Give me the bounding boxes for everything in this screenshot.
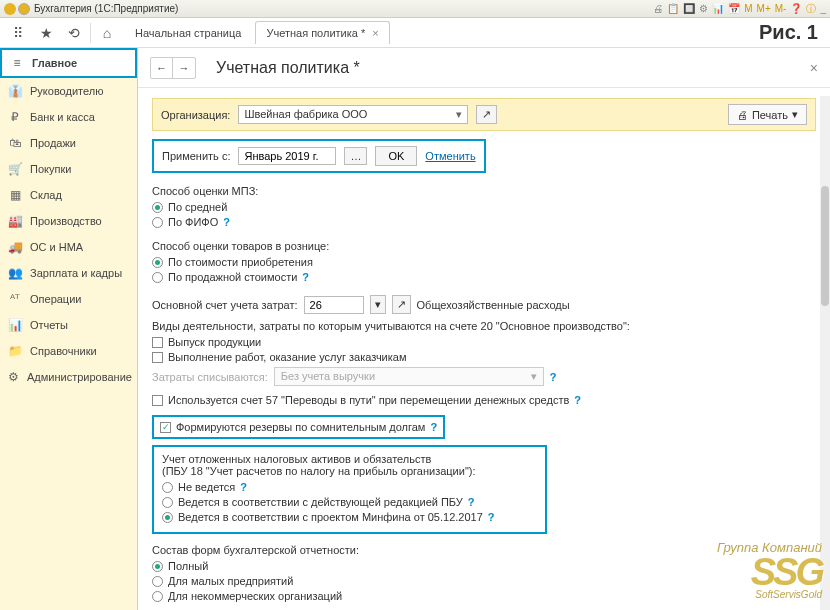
sidebar-icon: 🛍 [8, 136, 22, 150]
tab-close-icon[interactable]: × [372, 27, 378, 39]
window-icon[interactable]: 🔲 [683, 3, 695, 14]
help-icon[interactable]: ? [550, 371, 557, 383]
acct-input[interactable] [304, 296, 364, 314]
cancel-link[interactable]: Отменить [425, 150, 475, 162]
sidebar-icon: 📁 [8, 344, 22, 358]
date-picker-button[interactable]: … [344, 147, 367, 165]
m-minus-icon[interactable]: M- [775, 3, 787, 14]
sidebar-icon: 🛒 [8, 162, 22, 176]
reserves-box: Формируются резервы по сомнительным долг… [152, 415, 445, 439]
content-body: Организация: Швейная фабрика ООО▾ ↗ 🖨 Пе… [138, 88, 830, 610]
deferred-title2: (ПБУ 18 "Учет расчетов по налогу на приб… [162, 465, 537, 477]
retail-radio-sale[interactable] [152, 272, 163, 283]
sidebar-item-ОС и НМА[interactable]: 🚚ОС и НМА [0, 234, 137, 260]
sidebar-item-label: Администрирование [27, 371, 132, 383]
rep-radio-small[interactable] [152, 576, 163, 587]
def-radio-project[interactable] [162, 512, 173, 523]
sidebar-item-Операции[interactable]: ᴬᵀОперации [0, 286, 137, 312]
app-icon2 [18, 3, 30, 15]
sidebar-icon: ▦ [8, 188, 22, 202]
help-icon[interactable]: ? [430, 421, 437, 433]
apply-date-input[interactable] [238, 147, 336, 165]
chk-output[interactable] [152, 337, 163, 348]
window-titlebar: Бухгалтерия (1С:Предприятие) 🖨 📋 🔲 ⚙ 📊 📅… [0, 0, 830, 18]
clipboard-icon[interactable]: 📋 [667, 3, 679, 14]
sidebar-item-label: Главное [32, 57, 77, 69]
sidebar-item-label: Склад [30, 189, 62, 201]
m-icon[interactable]: M [744, 3, 752, 14]
sidebar-item-Продажи[interactable]: 🛍Продажи [0, 130, 137, 156]
help-icon[interactable]: ? [240, 481, 247, 493]
print-icon[interactable]: 🖨 [653, 3, 663, 14]
sidebar-item-label: Отчеты [30, 319, 68, 331]
acct-dropdown-button[interactable]: ▾ [370, 295, 386, 314]
top-toolbar: ⠿ ★ ⟲ ⌂ Начальная страница Учетная полит… [0, 18, 830, 48]
retail-radio-cost[interactable] [152, 257, 163, 268]
help-icon[interactable]: ? [223, 216, 230, 228]
sidebar-item-Руководителю[interactable]: 👔Руководителю [0, 78, 137, 104]
acct-desc: Общехозяйственные расходы [417, 299, 570, 311]
scroll-thumb[interactable] [821, 186, 829, 306]
calendar-icon[interactable]: 📅 [728, 3, 740, 14]
sidebar-item-label: Справочники [30, 345, 97, 357]
help-icon[interactable]: ? [302, 271, 309, 283]
close-icon[interactable]: × [810, 60, 818, 76]
help-icon[interactable]: ? [468, 496, 475, 508]
org-select[interactable]: Швейная фабрика ООО▾ [238, 105, 468, 124]
sidebar-icon: 👔 [8, 84, 22, 98]
help-icon[interactable]: ❓ [790, 3, 802, 14]
m-plus-icon[interactable]: M+ [757, 3, 771, 14]
help-icon[interactable]: ? [488, 511, 495, 523]
page-title: Учетная политика * [216, 59, 360, 77]
sidebar-item-Главное[interactable]: ≡Главное [0, 48, 137, 78]
help-icon[interactable]: ? [574, 394, 581, 406]
acct-open-button[interactable]: ↗ [392, 295, 411, 314]
gear-icon[interactable]: ⚙ [699, 3, 708, 14]
deferred-title1: Учет отложенных налоговых активов и обяз… [162, 453, 537, 465]
window-title: Бухгалтерия (1С:Предприятие) [34, 3, 178, 14]
chart-icon[interactable]: 📊 [712, 3, 724, 14]
sidebar-item-Покупки[interactable]: 🛒Покупки [0, 156, 137, 182]
chk-reserves[interactable] [160, 422, 171, 433]
sidebar-item-Справочники[interactable]: 📁Справочники [0, 338, 137, 364]
history-icon[interactable]: ⟲ [60, 21, 88, 45]
def-radio-current[interactable] [162, 497, 173, 508]
chk-acct57[interactable] [152, 395, 163, 406]
rep-radio-full[interactable] [152, 561, 163, 572]
home-icon[interactable]: ⌂ [93, 21, 121, 45]
sidebar: ≡Главное👔Руководителю₽Банк и касса🛍Прода… [0, 48, 138, 610]
sidebar-item-Отчеты[interactable]: 📊Отчеты [0, 312, 137, 338]
sidebar-item-label: Зарплата и кадры [30, 267, 122, 279]
app-icon [4, 3, 16, 15]
mpz-radio-fifo[interactable] [152, 217, 163, 228]
breadcrumb-current[interactable]: Учетная политика * × [255, 21, 389, 44]
chk-services[interactable] [152, 352, 163, 363]
breadcrumb-home[interactable]: Начальная страница [125, 22, 251, 44]
sidebar-icon: 📊 [8, 318, 22, 332]
info-icon[interactable]: ⓘ [806, 2, 816, 16]
sidebar-icon: ₽ [8, 110, 22, 124]
sidebar-item-Зарплата и кадры[interactable]: 👥Зарплата и кадры [0, 260, 137, 286]
sidebar-item-Склад[interactable]: ▦Склад [0, 182, 137, 208]
sidebar-item-Банк и касса[interactable]: ₽Банк и касса [0, 104, 137, 130]
writeoff-label: Затраты списываются: [152, 371, 268, 383]
sidebar-icon: 🏭 [8, 214, 22, 228]
sidebar-item-label: ОС и НМА [30, 241, 83, 253]
org-label: Организация: [161, 109, 230, 121]
forward-button[interactable]: → [173, 58, 195, 78]
mpz-radio-avg[interactable] [152, 202, 163, 213]
org-open-button[interactable]: ↗ [476, 105, 497, 124]
org-bar: Организация: Швейная фабрика ООО▾ ↗ 🖨 Пе… [152, 98, 816, 131]
sidebar-item-Администрирование[interactable]: ⚙Администрирование [0, 364, 137, 390]
sidebar-item-Производство[interactable]: 🏭Производство [0, 208, 137, 234]
rep-radio-nko[interactable] [152, 591, 163, 602]
back-button[interactable]: ← [151, 58, 173, 78]
apps-grid-icon[interactable]: ⠿ [4, 21, 32, 45]
scrollbar[interactable] [820, 96, 830, 610]
sidebar-icon: ᴬᵀ [8, 292, 22, 306]
ok-button[interactable]: OK [375, 146, 417, 166]
print-button[interactable]: 🖨 Печать ▾ [728, 104, 807, 125]
star-icon[interactable]: ★ [32, 21, 60, 45]
minimize-icon[interactable]: _ [820, 3, 826, 14]
def-radio-none[interactable] [162, 482, 173, 493]
